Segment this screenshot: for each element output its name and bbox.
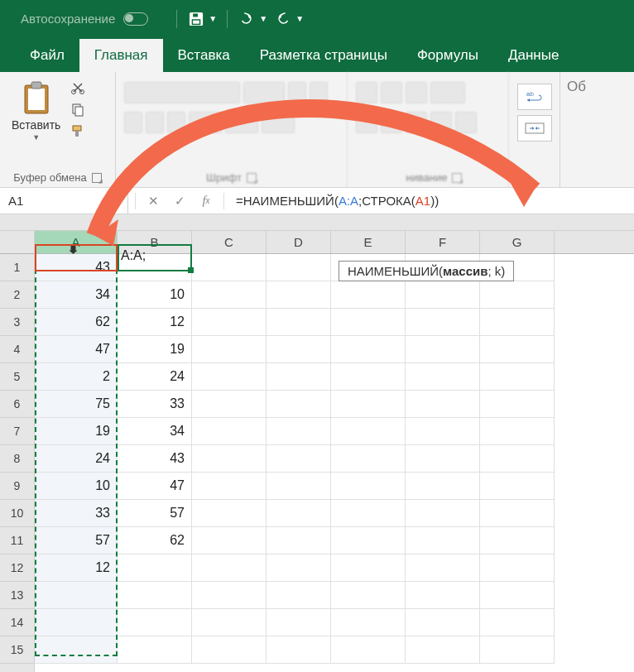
cell[interactable] [480, 281, 555, 309]
cell[interactable] [406, 609, 480, 636]
cell[interactable] [331, 418, 406, 445]
row-header[interactable]: 13 [0, 582, 34, 609]
cell[interactable]: 10 [35, 473, 118, 500]
cell[interactable] [267, 309, 331, 336]
merge-center-button[interactable] [517, 115, 552, 142]
cell[interactable] [267, 527, 331, 554]
cut-icon[interactable] [70, 80, 85, 95]
cell[interactable] [331, 554, 406, 582]
cell[interactable] [480, 554, 555, 582]
cell[interactable] [406, 500, 480, 527]
cell[interactable] [267, 473, 331, 500]
cell[interactable] [192, 309, 267, 336]
cell[interactable] [35, 582, 118, 609]
row-header[interactable]: 7 [0, 418, 34, 445]
cell[interactable] [480, 309, 555, 336]
cell[interactable] [331, 363, 406, 391]
cell[interactable] [480, 391, 555, 418]
cell[interactable]: 47 [35, 336, 118, 363]
row-header[interactable]: 9 [0, 473, 34, 500]
cell[interactable] [267, 254, 331, 281]
cell[interactable] [267, 500, 331, 527]
cell[interactable] [118, 582, 192, 609]
autosave-toggle[interactable]: Автосохранение [21, 12, 148, 26]
paste-button[interactable]: Вставить ▼ [8, 77, 64, 145]
col-header-A[interactable]: A [35, 231, 118, 253]
cell[interactable] [192, 336, 267, 363]
cell[interactable]: 57 [118, 500, 192, 527]
row-header[interactable]: 4 [0, 336, 34, 363]
cell[interactable] [267, 582, 331, 609]
cell[interactable] [35, 609, 118, 636]
cell[interactable] [331, 391, 406, 418]
cell[interactable] [267, 609, 331, 636]
cell[interactable] [480, 445, 555, 473]
cell[interactable] [331, 636, 406, 664]
tab-data[interactable]: Данные [493, 39, 574, 72]
tab-file[interactable]: Файл [15, 39, 79, 72]
cell[interactable] [331, 336, 406, 363]
cell[interactable] [331, 309, 406, 336]
cell[interactable] [118, 636, 192, 664]
namebox-dropdown-icon[interactable]: ▼ [112, 197, 119, 205]
copy-icon[interactable] [70, 102, 85, 117]
cell[interactable] [267, 418, 331, 445]
cell[interactable]: 10 [118, 281, 192, 309]
alignment-dialog-launcher[interactable] [452, 173, 462, 183]
cell[interactable]: 12 [118, 309, 192, 336]
col-header-E[interactable]: E [331, 231, 406, 253]
col-header-D[interactable]: D [267, 231, 331, 253]
cell[interactable]: 57 [35, 527, 118, 554]
select-all-corner[interactable] [0, 231, 35, 254]
cell[interactable] [480, 500, 555, 527]
cell[interactable] [267, 391, 331, 418]
cell[interactable] [331, 500, 406, 527]
cell[interactable] [480, 609, 555, 636]
cell[interactable] [192, 582, 267, 609]
row-header[interactable]: 10 [0, 500, 34, 527]
tab-layout[interactable]: Разметка страницы [245, 39, 402, 72]
format-painter-icon[interactable] [70, 123, 85, 138]
cell[interactable] [331, 281, 406, 309]
cell[interactable] [331, 445, 406, 473]
tab-home[interactable]: Главная [79, 39, 163, 72]
tab-insert[interactable]: Вставка [163, 39, 245, 72]
cell[interactable] [406, 391, 480, 418]
cell[interactable] [331, 527, 406, 554]
fx-icon[interactable]: fx [197, 192, 215, 210]
cell[interactable] [480, 527, 555, 554]
name-box[interactable]: A1 ▼ [0, 188, 128, 214]
row-header[interactable]: 8 [0, 445, 34, 473]
cell[interactable] [480, 636, 555, 664]
row-header[interactable]: 5 [0, 363, 34, 391]
cell[interactable] [192, 554, 267, 582]
wrap-text-button[interactable]: ab [517, 84, 552, 110]
cell[interactable] [118, 609, 192, 636]
undo-dropdown-icon[interactable]: ▼ [259, 14, 267, 23]
cell[interactable]: 43 [35, 254, 118, 281]
cell[interactable]: 34 [35, 281, 118, 309]
cell[interactable] [118, 554, 192, 582]
cell[interactable] [480, 363, 555, 391]
cell[interactable] [406, 527, 480, 554]
cell[interactable]: 62 [35, 309, 118, 336]
cell[interactable] [406, 309, 480, 336]
cell[interactable] [35, 636, 118, 664]
cell[interactable] [267, 445, 331, 473]
col-header-F[interactable]: F [406, 231, 480, 253]
cell[interactable] [267, 636, 331, 664]
cell[interactable]: 24 [118, 363, 192, 391]
cell[interactable] [331, 582, 406, 609]
save-dropdown-icon[interactable]: ▼ [209, 14, 217, 23]
cell[interactable] [406, 554, 480, 582]
cell[interactable]: 12 [35, 554, 118, 582]
save-icon[interactable] [187, 10, 205, 28]
cell[interactable] [267, 281, 331, 309]
enter-formula-button[interactable]: ✓ [171, 192, 189, 210]
cell[interactable]: 47 [118, 473, 192, 500]
cell[interactable] [192, 527, 267, 554]
row-header[interactable]: 15 [0, 636, 34, 664]
col-header-G[interactable]: G [480, 231, 555, 253]
row-header[interactable]: 3 [0, 309, 34, 336]
cell[interactable]: 24 [35, 445, 118, 473]
